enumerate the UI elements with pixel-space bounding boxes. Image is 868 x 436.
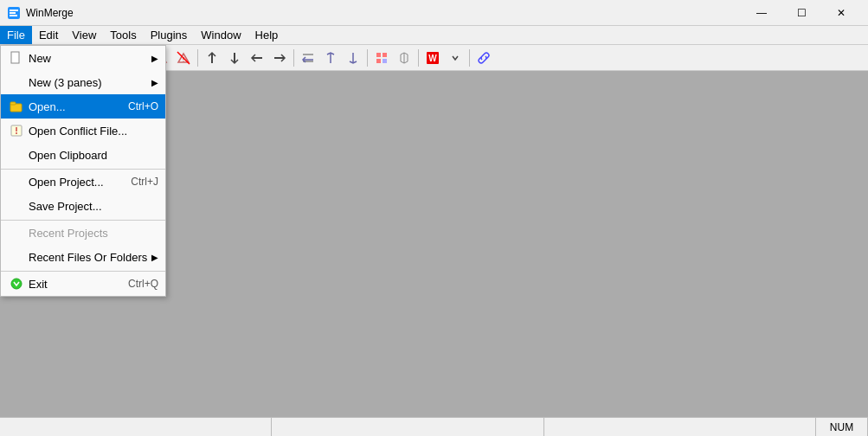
tb-btn15[interactable] xyxy=(394,48,415,68)
title-bar: WinMerge — ☐ ✕ xyxy=(0,0,868,26)
title-bar-controls: — ☐ ✕ xyxy=(742,0,861,26)
new3panes-icon xyxy=(8,74,25,91)
recent-files-icon xyxy=(8,248,25,266)
menu-recent-files[interactable]: Recent Files Or Folders ▶ xyxy=(1,245,165,269)
new3panes-arrow: ▶ xyxy=(151,78,158,87)
menu-open-project[interactable]: Open Project... Ctrl+J xyxy=(1,169,165,194)
menu-exit[interactable]: Exit Ctrl+Q xyxy=(1,271,165,296)
tb-btn9[interactable] xyxy=(247,48,267,68)
status-pane-1 xyxy=(0,418,272,436)
menu-new-3panes[interactable]: New (3 panes) ▶ xyxy=(1,70,165,94)
maximize-button[interactable]: ☐ xyxy=(781,0,821,26)
svg-rect-39 xyxy=(10,102,16,105)
tb-dropdown-arrow[interactable] xyxy=(445,48,466,68)
svg-rect-31 xyxy=(383,53,387,57)
svg-point-42 xyxy=(16,132,17,134)
svg-point-43 xyxy=(11,279,22,289)
tb-btn13[interactable] xyxy=(343,48,363,68)
toolbar-separator-4 xyxy=(293,49,294,67)
svg-rect-37 xyxy=(11,52,19,63)
new-arrow: ▶ xyxy=(151,54,158,63)
toolbar-separator-5 xyxy=(367,49,368,67)
svg-rect-3 xyxy=(10,15,17,16)
tb-btn12[interactable] xyxy=(320,48,341,68)
status-pane-3 xyxy=(544,418,816,436)
recent-projects-icon xyxy=(8,224,25,241)
menu-open[interactable]: Open... Ctrl+O xyxy=(1,94,165,119)
status-num: NUM xyxy=(816,418,868,436)
open-project-shortcut: Ctrl+J xyxy=(131,176,158,188)
conflict-icon xyxy=(8,122,25,139)
tb-link[interactable] xyxy=(473,48,494,68)
tb-btn7[interactable] xyxy=(202,48,222,68)
recent-files-arrow: ▶ xyxy=(151,253,158,262)
open-folder-icon xyxy=(8,98,25,115)
svg-rect-1 xyxy=(10,10,18,11)
recent-files-label: Recent Files Or Folders xyxy=(29,251,148,264)
save-project-label: Save Project... xyxy=(29,200,158,213)
toolbar-separator-6 xyxy=(418,49,419,67)
svg-rect-33 xyxy=(383,59,387,63)
menu-view[interactable]: View xyxy=(65,26,103,44)
title-bar-left: WinMerge xyxy=(7,6,74,20)
menu-new[interactable]: New ▶ xyxy=(1,46,165,70)
status-bar: NUM xyxy=(0,417,868,436)
menu-edit[interactable]: Edit xyxy=(32,26,65,44)
save-project-icon xyxy=(8,197,25,215)
svg-point-19 xyxy=(183,61,184,62)
menu-file[interactable]: File xyxy=(0,26,32,44)
exit-label: Exit xyxy=(29,278,114,291)
open-project-icon xyxy=(8,173,25,190)
file-dropdown-menu: New ▶ New (3 panes) ▶ Open... Ctrl+O Ope… xyxy=(0,45,166,297)
toolbar-separator-7 xyxy=(469,49,470,67)
menu-bar: File Edit View Tools Plugins Window Help xyxy=(0,26,868,45)
open-clipboard-label: Open Clipboard xyxy=(29,149,158,162)
toolbar-separator-3 xyxy=(197,49,198,67)
status-pane-2 xyxy=(272,418,543,436)
tb-btn6[interactable] xyxy=(173,48,194,68)
svg-text:W: W xyxy=(428,54,437,63)
new-label: New xyxy=(29,52,148,65)
open-shortcut: Ctrl+O xyxy=(128,100,158,112)
tb-btn16[interactable]: W xyxy=(422,48,443,68)
tb-btn8[interactable] xyxy=(224,48,245,68)
menu-window[interactable]: Window xyxy=(194,26,248,44)
menu-recent-projects: Recent Projects xyxy=(1,220,165,245)
menu-open-clipboard[interactable]: Open Clipboard xyxy=(1,143,165,167)
menu-tools[interactable]: Tools xyxy=(103,26,143,44)
menu-plugins[interactable]: Plugins xyxy=(144,26,195,44)
svg-rect-2 xyxy=(10,12,16,14)
exit-icon xyxy=(8,275,25,292)
open-conflict-label: Open Conflict File... xyxy=(29,125,158,138)
tb-btn10[interactable] xyxy=(269,48,290,68)
menu-open-conflict[interactable]: Open Conflict File... xyxy=(1,119,165,143)
open-label: Open... xyxy=(29,100,114,113)
tb-btn11[interactable] xyxy=(298,48,318,68)
open-project-label: Open Project... xyxy=(29,176,117,189)
svg-rect-30 xyxy=(376,53,381,57)
menu-save-project[interactable]: Save Project... xyxy=(1,194,165,218)
recent-projects-label: Recent Projects xyxy=(29,227,158,240)
close-button[interactable]: ✕ xyxy=(821,0,861,26)
svg-rect-32 xyxy=(376,59,381,63)
menu-help[interactable]: Help xyxy=(248,26,286,44)
exit-shortcut: Ctrl+Q xyxy=(128,278,158,290)
app-title: WinMerge xyxy=(26,7,74,19)
tb-btn14[interactable] xyxy=(371,48,392,68)
app-icon xyxy=(7,6,21,20)
minimize-button[interactable]: — xyxy=(742,0,781,26)
clipboard-icon xyxy=(8,146,25,164)
new3panes-label: New (3 panes) xyxy=(29,76,148,89)
new-icon xyxy=(8,49,25,67)
